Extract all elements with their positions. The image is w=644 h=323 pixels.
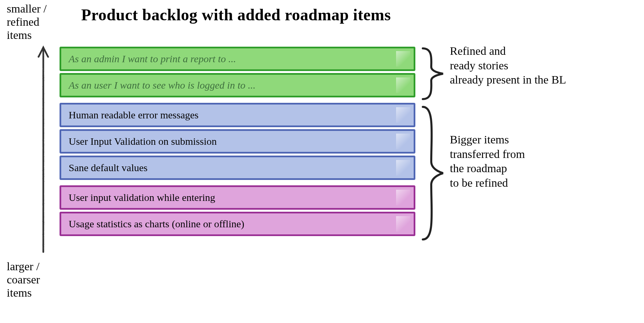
backlog-item: User input validation while entering [60,185,415,210]
axis-top-label: smaller / refined items [7,2,47,42]
backlog-item: As an admin I want to print a report to … [60,47,415,71]
brace-icon [419,104,446,242]
backlog-item-label: Usage statistics as charts (online or of… [69,218,244,230]
annotation-bigger: Bigger items transferred from the roadma… [450,133,525,190]
backlog-item: Usage statistics as charts (online or of… [60,212,415,236]
diagram-root: Product backlog with added roadmap items… [0,0,644,323]
backlog-item: As an user I want to see who is logged i… [60,73,415,97]
brace-icon [419,47,446,101]
priority-arrow-icon [37,44,50,254]
backlog-item-label: As an admin I want to print a report to … [69,53,236,65]
backlog-item-label: User input validation while entering [69,192,215,203]
axis-bottom-label: larger / coarser items [7,260,40,299]
backlog-item: User Input Validation on submission [60,129,415,154]
backlog-item: Sane default values [60,156,415,180]
backlog-stack: As an admin I want to print a report to … [60,47,415,236]
backlog-item-label: User Input Validation on submission [69,136,217,147]
backlog-item-label: Human readable error messages [69,109,199,121]
backlog-item: Human readable error messages [60,103,415,127]
backlog-item-label: As an user I want to see who is logged i… [69,79,255,91]
annotation-refined: Refined and ready stories already presen… [450,44,566,87]
backlog-item-label: Sane default values [69,162,147,174]
diagram-title: Product backlog with added roadmap items [81,5,391,24]
